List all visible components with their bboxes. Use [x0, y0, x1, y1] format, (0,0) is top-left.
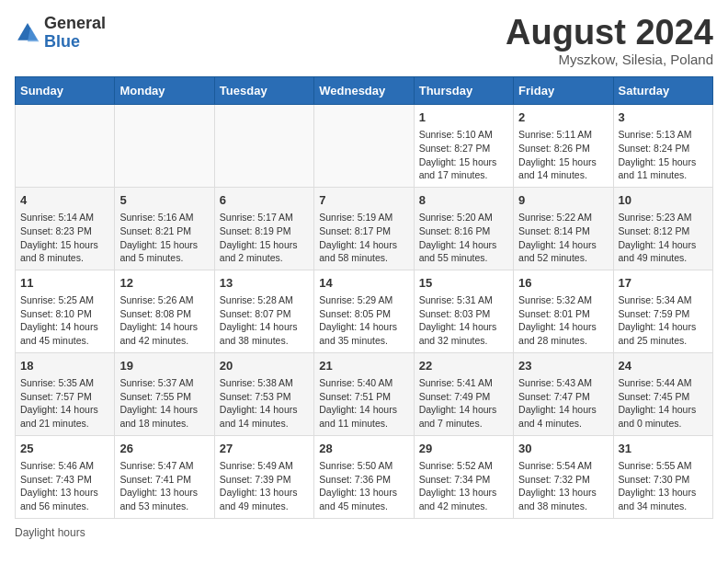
calendar-cell: 20Sunrise: 5:38 AM Sunset: 7:53 PM Dayli… [214, 352, 313, 435]
day-info: Sunrise: 5:38 AM Sunset: 7:53 PM Dayligh… [220, 376, 309, 431]
calendar-cell [214, 105, 313, 188]
calendar-cell: 28Sunrise: 5:50 AM Sunset: 7:36 PM Dayli… [314, 435, 414, 518]
header-day-saturday: Saturday [613, 77, 712, 105]
day-info: Sunrise: 5:35 AM Sunset: 7:57 PM Dayligh… [20, 376, 109, 431]
day-info: Sunrise: 5:22 AM Sunset: 8:14 PM Dayligh… [518, 211, 608, 265]
day-number: 9 [518, 192, 608, 209]
day-number: 12 [119, 275, 209, 292]
calendar-cell: 14Sunrise: 5:29 AM Sunset: 8:05 PM Dayli… [314, 270, 414, 352]
calendar-cell: 1Sunrise: 5:10 AM Sunset: 8:27 PM Daylig… [414, 105, 513, 188]
header-day-friday: Friday [514, 77, 613, 105]
calendar-cell [314, 105, 414, 188]
calendar-table: SundayMondayTuesdayWednesdayThursdayFrid… [15, 76, 713, 519]
day-number: 28 [319, 441, 408, 457]
header-day-tuesday: Tuesday [214, 77, 313, 105]
calendar-cell: 23Sunrise: 5:43 AM Sunset: 7:47 PM Dayli… [514, 352, 613, 435]
header-day-wednesday: Wednesday [314, 77, 414, 105]
day-number: 15 [419, 275, 508, 292]
day-info: Sunrise: 5:14 AM Sunset: 8:23 PM Dayligh… [20, 211, 109, 265]
day-info: Sunrise: 5:28 AM Sunset: 8:07 PM Dayligh… [220, 293, 309, 348]
header-day-thursday: Thursday [414, 77, 513, 105]
calendar-week-1: 1Sunrise: 5:10 AM Sunset: 8:27 PM Daylig… [16, 105, 713, 188]
day-info: Sunrise: 5:55 AM Sunset: 7:30 PM Dayligh… [619, 459, 708, 513]
calendar-cell: 7Sunrise: 5:19 AM Sunset: 8:17 PM Daylig… [314, 187, 414, 270]
day-info: Sunrise: 5:37 AM Sunset: 7:55 PM Dayligh… [119, 376, 209, 431]
calendar-cell: 5Sunrise: 5:16 AM Sunset: 8:21 PM Daylig… [115, 187, 214, 270]
day-number: 19 [119, 358, 209, 374]
day-info: Sunrise: 5:16 AM Sunset: 8:21 PM Dayligh… [119, 211, 209, 265]
day-info: Sunrise: 5:54 AM Sunset: 7:32 PM Dayligh… [518, 459, 608, 513]
calendar-cell: 4Sunrise: 5:14 AM Sunset: 8:23 PM Daylig… [16, 187, 115, 270]
calendar-week-2: 4Sunrise: 5:14 AM Sunset: 8:23 PM Daylig… [16, 187, 713, 270]
calendar-cell: 13Sunrise: 5:28 AM Sunset: 8:07 PM Dayli… [214, 270, 313, 352]
day-info: Sunrise: 5:41 AM Sunset: 7:49 PM Dayligh… [419, 376, 508, 431]
day-number: 21 [319, 358, 408, 374]
day-number: 7 [319, 192, 408, 209]
calendar-cell: 2Sunrise: 5:11 AM Sunset: 8:26 PM Daylig… [514, 105, 613, 188]
calendar-cell: 27Sunrise: 5:49 AM Sunset: 7:39 PM Dayli… [214, 435, 313, 518]
day-number: 4 [20, 192, 109, 209]
logo-text: General Blue [44, 15, 106, 52]
calendar-cell [16, 105, 115, 188]
day-info: Sunrise: 5:10 AM Sunset: 8:27 PM Dayligh… [419, 128, 508, 182]
calendar-cell: 12Sunrise: 5:26 AM Sunset: 8:08 PM Dayli… [115, 270, 214, 352]
calendar-cell [115, 105, 214, 188]
day-number: 5 [119, 192, 209, 209]
page-header: General Blue August 2024 Myszkow, Silesi… [15, 15, 713, 67]
day-number: 31 [619, 441, 708, 457]
calendar-cell: 26Sunrise: 5:47 AM Sunset: 7:41 PM Dayli… [115, 435, 214, 518]
day-info: Sunrise: 5:19 AM Sunset: 8:17 PM Dayligh… [319, 211, 408, 265]
day-info: Sunrise: 5:47 AM Sunset: 7:41 PM Dayligh… [119, 459, 209, 513]
day-info: Sunrise: 5:49 AM Sunset: 7:39 PM Dayligh… [220, 459, 309, 513]
day-number: 10 [619, 192, 708, 209]
calendar-cell: 6Sunrise: 5:17 AM Sunset: 8:19 PM Daylig… [214, 187, 313, 270]
day-number: 13 [220, 275, 309, 292]
calendar-cell: 31Sunrise: 5:55 AM Sunset: 7:30 PM Dayli… [613, 435, 712, 518]
calendar-cell: 11Sunrise: 5:25 AM Sunset: 8:10 PM Dayli… [16, 270, 115, 352]
day-info: Sunrise: 5:23 AM Sunset: 8:12 PM Dayligh… [619, 211, 708, 265]
day-info: Sunrise: 5:34 AM Sunset: 7:59 PM Dayligh… [619, 293, 708, 348]
day-info: Sunrise: 5:20 AM Sunset: 8:16 PM Dayligh… [419, 211, 508, 265]
day-number: 6 [220, 192, 309, 209]
calendar-header: SundayMondayTuesdayWednesdayThursdayFrid… [16, 77, 713, 105]
calendar-cell: 29Sunrise: 5:52 AM Sunset: 7:34 PM Dayli… [414, 435, 513, 518]
calendar-cell: 21Sunrise: 5:40 AM Sunset: 7:51 PM Dayli… [314, 352, 414, 435]
calendar-cell: 24Sunrise: 5:44 AM Sunset: 7:45 PM Dayli… [613, 352, 712, 435]
calendar-cell: 9Sunrise: 5:22 AM Sunset: 8:14 PM Daylig… [514, 187, 613, 270]
calendar-week-3: 11Sunrise: 5:25 AM Sunset: 8:10 PM Dayli… [16, 270, 713, 352]
calendar-cell: 15Sunrise: 5:31 AM Sunset: 8:03 PM Dayli… [414, 270, 513, 352]
calendar-cell: 22Sunrise: 5:41 AM Sunset: 7:49 PM Dayli… [414, 352, 513, 435]
logo: General Blue [15, 15, 106, 52]
day-info: Sunrise: 5:43 AM Sunset: 7:47 PM Dayligh… [518, 376, 608, 431]
day-info: Sunrise: 5:11 AM Sunset: 8:26 PM Dayligh… [518, 128, 608, 182]
day-info: Sunrise: 5:32 AM Sunset: 8:01 PM Dayligh… [518, 293, 608, 348]
calendar-week-4: 18Sunrise: 5:35 AM Sunset: 7:57 PM Dayli… [16, 352, 713, 435]
day-info: Sunrise: 5:50 AM Sunset: 7:36 PM Dayligh… [319, 459, 408, 513]
calendar-cell: 8Sunrise: 5:20 AM Sunset: 8:16 PM Daylig… [414, 187, 513, 270]
day-number: 18 [20, 358, 109, 374]
month-title: August 2024 [506, 15, 713, 50]
day-number: 20 [220, 358, 309, 374]
day-number: 1 [419, 109, 508, 126]
day-number: 2 [518, 109, 608, 126]
location-subtitle: Myszkow, Silesia, Poland [506, 52, 713, 67]
day-number: 24 [619, 358, 708, 374]
day-number: 3 [619, 109, 708, 126]
day-info: Sunrise: 5:52 AM Sunset: 7:34 PM Dayligh… [419, 459, 508, 513]
day-info: Sunrise: 5:25 AM Sunset: 8:10 PM Dayligh… [20, 293, 109, 348]
calendar-cell: 19Sunrise: 5:37 AM Sunset: 7:55 PM Dayli… [115, 352, 214, 435]
day-number: 11 [20, 275, 109, 292]
calendar-cell: 10Sunrise: 5:23 AM Sunset: 8:12 PM Dayli… [613, 187, 712, 270]
day-info: Sunrise: 5:31 AM Sunset: 8:03 PM Dayligh… [419, 293, 508, 348]
footer-text: Daylight hours [15, 526, 85, 539]
day-info: Sunrise: 5:29 AM Sunset: 8:05 PM Dayligh… [319, 293, 408, 348]
day-number: 16 [518, 275, 608, 292]
logo-icon [15, 20, 40, 46]
day-number: 29 [419, 441, 508, 457]
calendar-cell: 17Sunrise: 5:34 AM Sunset: 7:59 PM Dayli… [613, 270, 712, 352]
day-number: 30 [518, 441, 608, 457]
header-day-monday: Monday [115, 77, 214, 105]
day-number: 23 [518, 358, 608, 374]
day-info: Sunrise: 5:40 AM Sunset: 7:51 PM Dayligh… [319, 376, 408, 431]
day-number: 17 [619, 275, 708, 292]
